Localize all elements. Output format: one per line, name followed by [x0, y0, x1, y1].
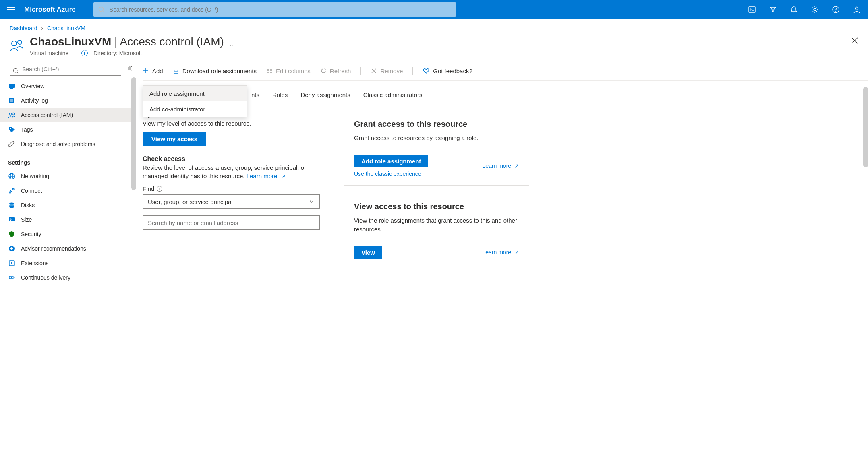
- external-link-icon: ↗: [514, 163, 519, 169]
- resource-type-icon: [10, 38, 24, 52]
- svg-line-16: [17, 72, 19, 74]
- collapse-sidebar-icon[interactable]: [126, 65, 133, 72]
- check-access-desc: Review the level of access a user, group…: [143, 163, 320, 180]
- svg-rect-18: [10, 88, 13, 89]
- cloud-shell-icon[interactable]: [746, 3, 758, 16]
- sidebar-item-size[interactable]: Size: [0, 212, 136, 227]
- close-icon[interactable]: [851, 37, 858, 44]
- people-icon: [8, 111, 15, 119]
- card-grant-title: Grant access to this resource: [354, 120, 519, 129]
- page-header: ChaosLinuxVM | Access control (IAM) Virt…: [0, 33, 868, 63]
- sidebar-item-tags[interactable]: Tags: [0, 122, 136, 137]
- monitor-icon: [8, 82, 15, 90]
- sidebar-search-wrap: [0, 63, 136, 79]
- svg-point-7: [814, 8, 816, 11]
- sidebar-item-disks[interactable]: Disks: [0, 198, 136, 212]
- sidebar: Overview Activity log Access control (IA…: [0, 63, 136, 470]
- refresh-icon: [320, 68, 327, 74]
- shield-icon: [8, 231, 15, 238]
- size-icon: [8, 216, 15, 223]
- nav-items: Overview Activity log Access control (IA…: [0, 79, 136, 470]
- breadcrumb-root[interactable]: Dashboard: [10, 25, 37, 31]
- log-icon: [8, 97, 15, 104]
- card-view-learn-more-link[interactable]: Learn more ↗: [483, 249, 519, 256]
- check-access-learn-more-link[interactable]: Learn more ↗: [247, 173, 286, 179]
- left-column: My access View my level of access to thi…: [143, 111, 320, 275]
- sidebar-item-advisor[interactable]: Advisor recommendations: [0, 241, 136, 256]
- tab-classic-administrators[interactable]: Classic administrators: [363, 91, 423, 101]
- columns-icon: [266, 68, 273, 74]
- add-role-assignment-button[interactable]: Add role assignment: [354, 155, 428, 167]
- sidebar-section-settings: Settings: [0, 151, 136, 169]
- info-icon[interactable]: i: [157, 186, 162, 192]
- extensions-icon: [8, 260, 15, 267]
- svg-point-33: [9, 206, 14, 208]
- svg-rect-34: [9, 217, 15, 221]
- external-link-icon: ↗: [281, 172, 286, 180]
- tab-role-assignments-partial[interactable]: nts: [251, 91, 259, 101]
- notifications-icon[interactable]: [787, 3, 800, 16]
- sidebar-item-connect[interactable]: Connect: [0, 183, 136, 198]
- toolbar-separator: [412, 67, 413, 75]
- sidebar-item-continuous-delivery[interactable]: Continuous delivery: [0, 270, 136, 285]
- plus-icon: [143, 68, 149, 74]
- sidebar-search-input[interactable]: [10, 63, 121, 76]
- svg-point-23: [9, 113, 12, 115]
- toolbar-refresh-button[interactable]: Refresh: [320, 68, 351, 74]
- sidebar-item-diagnose[interactable]: Diagnose and solve problems: [0, 137, 136, 151]
- sidebar-item-networking[interactable]: Networking: [0, 169, 136, 183]
- add-dropdown-menu: Add role assignment Add co-administrator: [143, 85, 247, 117]
- breadcrumb-current[interactable]: ChaosLinuxVM: [47, 25, 85, 31]
- find-search-input[interactable]: [143, 215, 320, 230]
- info-icon[interactable]: i: [81, 50, 88, 56]
- tab-roles[interactable]: Roles: [272, 91, 288, 101]
- toolbar-feedback-button[interactable]: Got feedback?: [423, 67, 472, 74]
- search-icon: [13, 68, 19, 74]
- toolbar: Add Add role assignment Add co-administr…: [143, 63, 868, 81]
- svg-point-36: [10, 247, 13, 250]
- download-icon: [173, 68, 179, 74]
- toolbar-download-button[interactable]: Download role assignments: [173, 68, 257, 74]
- svg-point-12: [18, 40, 22, 44]
- brand-logo[interactable]: Microsoft Azure: [24, 6, 76, 14]
- sidebar-item-label: Tags: [21, 126, 33, 133]
- view-button[interactable]: View: [354, 246, 382, 259]
- sidebar-item-security[interactable]: Security: [0, 227, 136, 241]
- more-menu-icon[interactable]: …: [230, 41, 235, 47]
- dropdown-item-add-role-assignment[interactable]: Add role assignment: [143, 86, 247, 101]
- content-row: My access View my level of access to thi…: [143, 111, 868, 275]
- tab-deny-assignments[interactable]: Deny assignments: [300, 91, 350, 101]
- svg-point-10: [856, 7, 858, 10]
- view-my-access-button[interactable]: View my access: [143, 132, 206, 146]
- toolbar-edit-columns-button[interactable]: Edit columns: [266, 68, 311, 74]
- sidebar-item-extensions[interactable]: Extensions: [0, 256, 136, 270]
- sidebar-item-activity-log[interactable]: Activity log: [0, 93, 136, 108]
- card-grant-desc: Grant access to resources by assigning a…: [354, 134, 519, 143]
- svg-point-24: [12, 113, 15, 115]
- card-grant-access: Grant access to this resource Grant acce…: [344, 111, 529, 186]
- hamburger-menu[interactable]: [5, 3, 18, 16]
- main-scrollbar[interactable]: [863, 87, 868, 167]
- settings-icon[interactable]: [808, 3, 821, 16]
- svg-point-39: [11, 277, 12, 278]
- help-icon[interactable]: [829, 3, 842, 16]
- external-link-icon: ↗: [514, 249, 519, 256]
- global-search-input[interactable]: [93, 2, 456, 17]
- sidebar-item-access-control[interactable]: Access control (IAM): [0, 108, 136, 122]
- card-view-desc: View the role assignments that grant acc…: [354, 216, 519, 234]
- svg-point-15: [13, 68, 17, 72]
- use-classic-experience-link[interactable]: Use the classic experience: [354, 171, 421, 177]
- toolbar-add-button[interactable]: Add Add role assignment Add co-administr…: [143, 68, 163, 74]
- sidebar-scrollbar[interactable]: [131, 77, 136, 190]
- header-titles: ChaosLinuxVM | Access control (IAM) Virt…: [30, 35, 224, 56]
- account-icon[interactable]: [850, 3, 863, 16]
- directory-filter-icon[interactable]: [766, 3, 779, 16]
- card-grant-learn-more-link[interactable]: Learn more ↗: [483, 163, 519, 169]
- main-content: Add Add role assignment Add co-administr…: [136, 63, 868, 470]
- sidebar-item-label: Networking: [21, 173, 49, 179]
- sidebar-item-overview[interactable]: Overview: [0, 79, 136, 93]
- toolbar-remove-button[interactable]: Remove: [371, 68, 403, 74]
- my-access-desc: View my level of access to this resource…: [143, 119, 320, 128]
- dropdown-item-add-co-administrator[interactable]: Add co-administrator: [143, 101, 247, 117]
- find-type-select[interactable]: User, group, or service principal: [143, 194, 320, 209]
